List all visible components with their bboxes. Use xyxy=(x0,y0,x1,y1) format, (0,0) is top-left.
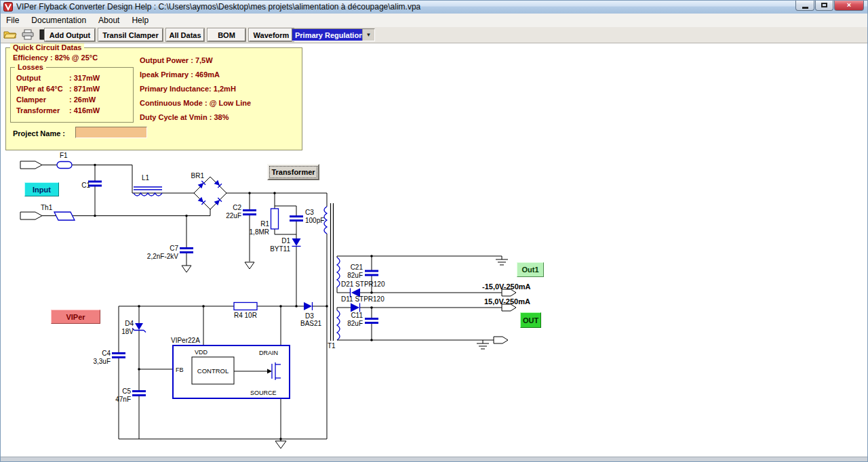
menu-help[interactable]: Help xyxy=(125,14,155,26)
label-d1-value: BYT11 xyxy=(270,245,290,253)
label-out-rating: 15,0V-250mA xyxy=(484,297,530,306)
label-c21: C21 xyxy=(351,264,363,271)
label-c5: C5 xyxy=(122,387,131,395)
label-pin-fb: FB xyxy=(176,366,184,373)
label-th1: Th1 xyxy=(41,204,53,211)
label-c5-value: 47nF xyxy=(115,396,131,403)
regulation-combobox-value: Primary Regulation xyxy=(292,29,362,41)
project-name-input[interactable] xyxy=(75,127,147,138)
label-d3-value: BAS21 xyxy=(300,320,322,327)
ground-c2-icon xyxy=(245,262,254,269)
loss-label: Clamper xyxy=(16,96,69,106)
label-c3-value: 100pF xyxy=(305,217,324,224)
label-pin-drain: DRAIN xyxy=(259,350,278,356)
capacitor-c4 xyxy=(112,354,125,358)
bridge-rectifier-br1 xyxy=(194,177,226,209)
capacitor-c1 xyxy=(88,182,102,186)
app-icon xyxy=(3,2,13,12)
input-button[interactable]: Input xyxy=(24,182,59,196)
transformer-button[interactable]: Transformer xyxy=(267,164,319,180)
combobox-dropdown-button[interactable]: ▼ xyxy=(362,29,374,41)
transil-clamper-button[interactable]: Transil Clamper xyxy=(98,28,163,41)
window-controls: × xyxy=(795,0,864,11)
capacitor-c11 xyxy=(365,319,378,323)
input-connector-line xyxy=(20,161,42,169)
diode-d3 xyxy=(304,302,313,310)
label-out1-rating: -15,0V-250mA xyxy=(482,282,531,291)
menu-about[interactable]: About xyxy=(92,14,125,26)
resistor-r4 xyxy=(234,303,257,310)
stat-continuous-mode: Continuous Mode : @ Low Line xyxy=(140,99,251,108)
stat-primary-inductance: Primary Inductance: 1,2mH xyxy=(140,85,251,93)
loss-value: : 317mW xyxy=(69,74,100,85)
label-c11: C11 xyxy=(351,312,363,319)
title-bar: VIPer Flyback Converter Design Help : C:… xyxy=(0,0,868,14)
loss-row-output: Output : 317mW xyxy=(16,74,130,85)
label-br1: BR1 xyxy=(191,172,205,180)
minimize-button[interactable] xyxy=(795,0,814,11)
label-control: CONTROL xyxy=(197,367,229,375)
menu-bar: File Documentation About Help xyxy=(0,14,868,28)
all-datas-button[interactable]: All Datas xyxy=(166,28,204,41)
capacitor-c5 xyxy=(132,392,146,396)
label-c2: C2 xyxy=(233,204,241,211)
waveform-button[interactable]: Waveform xyxy=(249,28,294,41)
loss-row-clamper: Clamper : 26mW xyxy=(16,96,130,106)
project-name-label: Project Name : xyxy=(13,129,65,138)
stat-duty-cycle: Duty Cycle at Vmin : 38% xyxy=(140,113,251,122)
label-d3: D3 xyxy=(305,312,314,320)
maximize-button[interactable] xyxy=(815,0,833,11)
loss-value: : 871mW xyxy=(69,85,100,96)
capacitor-c2 xyxy=(243,211,256,215)
loss-label: Output xyxy=(16,74,69,85)
capacitor-c21 xyxy=(365,271,378,275)
ground-source-icon xyxy=(275,441,286,448)
thermistor-th1 xyxy=(54,212,75,220)
label-c3: C3 xyxy=(305,209,314,216)
label-d21: D21 STPR120 xyxy=(341,280,385,288)
loss-label: Transformer xyxy=(16,106,69,117)
loss-value: : 416mW xyxy=(69,106,100,117)
maximize-icon xyxy=(821,3,827,7)
stat-ipeak-primary: Ipeak Primary : 469mA xyxy=(140,70,251,79)
regulation-combobox[interactable]: Primary Regulation ▼ xyxy=(292,28,375,41)
label-c7-value: 2,2nF-2kV xyxy=(147,253,178,260)
viper-button[interactable]: VIPer xyxy=(51,310,100,324)
losses-title: Losses xyxy=(15,63,46,71)
label-l1: L1 xyxy=(142,174,150,182)
resistor-r1 xyxy=(271,209,279,229)
bom-button[interactable]: BOM xyxy=(208,28,245,41)
print-icon[interactable] xyxy=(21,29,35,40)
efficiency-value: Efficiency : 82% @ 25°C xyxy=(13,54,98,62)
label-r4: R4 10R xyxy=(234,312,257,319)
quick-circuit-datas-panel: Quick Circuit Datas Efficiency : 82% @ 2… xyxy=(5,47,302,150)
label-d1: D1 xyxy=(281,237,290,245)
label-ic-name: VIPer22A xyxy=(171,337,200,344)
ground-c7-icon xyxy=(182,266,191,272)
label-r1-value: 1,8MR xyxy=(250,228,269,236)
stat-output-power: Output Power : 7,5W xyxy=(140,56,251,65)
label-f1: F1 xyxy=(60,152,68,159)
label-d4: D4 xyxy=(125,320,134,327)
transformer-symbol xyxy=(324,203,340,341)
capacitor-c7 xyxy=(180,249,193,253)
close-button[interactable]: × xyxy=(834,0,864,11)
input-connector-neutral xyxy=(20,212,42,219)
menu-documentation[interactable]: Documentation xyxy=(25,14,92,26)
fuse-f1 xyxy=(57,162,72,169)
label-c11-value: 82uF xyxy=(347,320,363,327)
out-button[interactable]: OUT xyxy=(520,312,541,328)
ground-out1-icon xyxy=(496,256,508,265)
label-c4: C4 xyxy=(102,350,111,357)
menu-file[interactable]: File xyxy=(0,14,25,26)
open-folder-icon[interactable] xyxy=(3,29,17,40)
label-c1: C1 xyxy=(81,182,90,189)
chevron-down-icon: ▼ xyxy=(366,32,372,38)
toolbar: Add Output Transil Clamper All Datas BOM… xyxy=(0,27,868,43)
label-c7: C7 xyxy=(170,245,178,252)
window-title: VIPer Flyback Converter Design Help : C:… xyxy=(16,2,420,12)
label-d4-value: 18V xyxy=(121,328,134,335)
circuit-stats: Output Power : 7,5W Ipeak Primary : 469m… xyxy=(140,56,251,127)
add-output-button[interactable]: Add Output xyxy=(45,28,95,41)
out1-button[interactable]: Out1 xyxy=(517,262,544,277)
